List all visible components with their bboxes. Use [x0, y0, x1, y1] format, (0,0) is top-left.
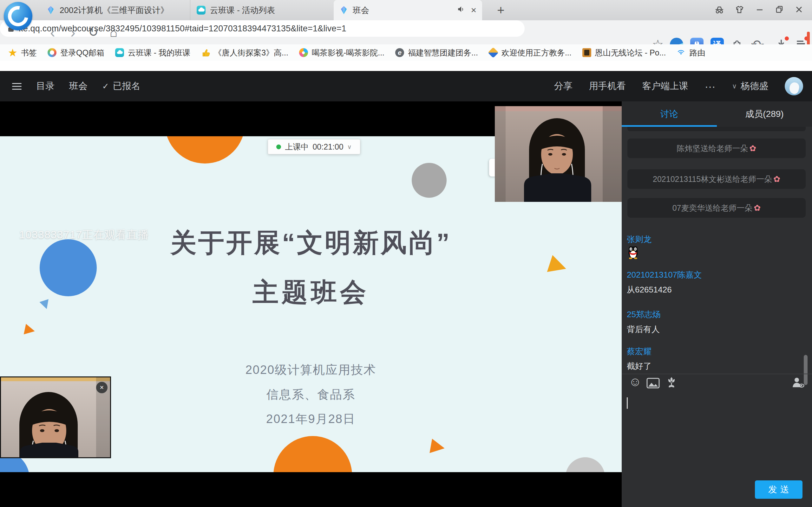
- more-button[interactable]: ···: [705, 80, 716, 93]
- chat-username[interactable]: 张则龙: [627, 234, 652, 245]
- slide-decoration-triangle: [429, 439, 446, 456]
- browser-skin-icon[interactable]: [734, 4, 745, 15]
- tab-audio-icon[interactable]: [457, 5, 465, 15]
- status-label: 上课中: [285, 142, 309, 152]
- incognito-icon[interactable]: [714, 4, 725, 15]
- viewer-watermark: 1033833717正在观看直播: [19, 228, 149, 242]
- bookmark-item[interactable]: e 福建智慧团建团务...: [395, 48, 478, 58]
- flower-icon: ✿: [773, 174, 780, 184]
- status-timer: 00:21:00: [312, 142, 343, 152]
- enshan-icon: [582, 48, 591, 57]
- qq-penguin-sticker: [627, 245, 640, 261]
- cloud-icon: [197, 6, 206, 14]
- cloud-icon: [115, 48, 124, 57]
- chat-message: 截好了: [627, 360, 652, 372]
- back-icon[interactable]: ‹: [44, 20, 61, 44]
- classroom-diamond-icon: [46, 6, 55, 14]
- divider: [622, 374, 812, 374]
- minimize-icon[interactable]: [754, 4, 765, 15]
- new-tab-button[interactable]: +: [494, 3, 508, 17]
- chat-message: 背后有人: [627, 324, 660, 335]
- bookmark-item[interactable]: 《唐人街探案3》高...: [201, 48, 288, 58]
- bookmarks-bar: ★ 书签 登录QQ邮箱 云班课 - 我的班课 《唐人街探案3》高... 喝茶影视…: [0, 44, 812, 61]
- download-badge: [785, 37, 789, 41]
- bookmark-item[interactable]: 喝茶影视-喝茶影院...: [299, 48, 385, 58]
- slide-decoration-circle: [565, 457, 605, 472]
- flower-icon: ✿: [754, 203, 761, 213]
- slide-decoration-circle: [165, 136, 245, 164]
- tab-course-design[interactable]: 2002计算机《三维平面设计》: [41, 0, 190, 20]
- slide-subtitle: 2020级计算机应用技术: [0, 362, 622, 378]
- mobile-view-button[interactable]: 用手机看: [589, 80, 626, 93]
- chat-username[interactable]: 20210213107陈嘉文: [627, 269, 702, 280]
- star-icon: ★: [8, 48, 17, 57]
- live-dot-icon: [276, 145, 281, 149]
- slide-title-line2: 主题班会: [0, 275, 622, 310]
- address-bar-row: ‹ › ↻ ⌂ ke.qq.com/webcourse/3832495/1039…: [0, 20, 812, 44]
- course-header: 目录 班会 ✓ 已报名 分享 用手机看 客户端上课 ··· ∨ 杨德盛: [0, 71, 812, 101]
- wifi-icon: [676, 48, 686, 57]
- enrolled-badge: ✓ 已报名: [102, 80, 141, 93]
- teacher-webcam[interactable]: [495, 106, 622, 202]
- close-window-icon[interactable]: [794, 4, 804, 15]
- qqmail-icon: [48, 48, 56, 57]
- user-menu[interactable]: ∨ 杨德盛: [732, 80, 768, 93]
- client-button[interactable]: 客户端上课: [642, 80, 688, 93]
- chat-tabs: 讨论 成员(289): [622, 101, 812, 127]
- catalog-button[interactable]: 目录: [36, 80, 55, 93]
- diamond-icon: [489, 48, 498, 57]
- tab-yunbanke-activities[interactable]: 云班课 - 活动列表: [191, 0, 333, 20]
- class-status-badge[interactable]: 上课中 00:21:00 ∨: [268, 139, 360, 154]
- menu-hamburger-icon[interactable]: [12, 83, 21, 90]
- live-video-area[interactable]: 关于开展“文明新风尚” 主题班会 2020级计算机应用技术 信息系、食品系 20…: [0, 101, 622, 507]
- pinwheel-icon: [299, 48, 308, 57]
- forward-icon[interactable]: ›: [65, 20, 81, 44]
- classroom-diamond-icon: [339, 6, 348, 14]
- check-icon: ✓: [102, 81, 109, 91]
- gift-message: 07麦奕华送给老师一朵✿: [627, 198, 806, 218]
- refresh-icon[interactable]: ↻: [85, 20, 101, 44]
- tab-class-meeting-active[interactable]: 班会 ×: [334, 0, 482, 20]
- tab-discussion[interactable]: 讨论: [622, 101, 717, 127]
- browser-window: 2002计算机《三维平面设计》 云班课 - 活动列表 班会 × +: [0, 0, 812, 507]
- chat-panel: 讨论 成员(289) 陈炜坚送给老师一朵✿ 20210213115林文彬送给老师…: [622, 101, 812, 507]
- avatar[interactable]: [785, 77, 803, 95]
- self-webcam[interactable]: ×: [0, 377, 111, 458]
- page-top-strip: [0, 61, 812, 71]
- window-controls: [714, 0, 804, 19]
- bookmark-item[interactable]: 恩山无线论坛 - Po...: [582, 48, 666, 58]
- tab-title: 2002计算机《三维平面设计》: [60, 5, 184, 16]
- gift-message: 20210213115林文彬送给老师一朵✿: [627, 169, 806, 189]
- tab-title: 云班课 - 活动列表: [210, 5, 327, 16]
- bookmark-item[interactable]: ★ 书签: [8, 48, 37, 58]
- chat-username[interactable]: 蔡宏耀: [627, 346, 652, 357]
- bookmark-item[interactable]: 欢迎使用正方教务...: [489, 48, 571, 58]
- chat-message: 从62651426: [627, 284, 672, 295]
- bookmark-item[interactable]: 登录QQ邮箱: [48, 48, 104, 58]
- tab-close-icon[interactable]: ×: [471, 5, 476, 15]
- browser-logo[interactable]: [4, 2, 32, 31]
- slide-decoration-circle: [412, 163, 447, 198]
- dark-e-icon: e: [395, 48, 404, 57]
- share-button[interactable]: 分享: [554, 80, 572, 93]
- tab-title: 班会: [353, 5, 452, 16]
- slide-decoration-circle: [273, 436, 352, 472]
- tab-members[interactable]: 成员(289): [717, 101, 812, 127]
- bookmark-item[interactable]: 路由: [676, 48, 705, 58]
- slide-decoration-triangle: [24, 324, 36, 337]
- thumb-icon: [201, 48, 210, 57]
- chat-username[interactable]: 25郑志炀: [627, 309, 661, 320]
- username: 杨德盛: [741, 80, 768, 93]
- home-icon[interactable]: ⌂: [105, 20, 122, 44]
- browser-tab-bar: 2002计算机《三维平面设计》 云班课 - 活动列表 班会 × +: [0, 0, 812, 20]
- close-icon[interactable]: ×: [96, 382, 107, 393]
- page-title: 班会: [69, 80, 88, 93]
- restore-icon[interactable]: [774, 4, 785, 15]
- gift-message-clipped: [627, 127, 806, 131]
- chevron-down-icon: ∨: [347, 143, 352, 151]
- chevron-down-icon: ∨: [732, 82, 737, 90]
- send-button[interactable]: 发送: [755, 481, 803, 499]
- flower-icon: ✿: [750, 144, 757, 153]
- gift-message: 陈炜坚送给老师一朵✿: [627, 138, 806, 158]
- bookmark-item[interactable]: 云班课 - 我的班课: [115, 48, 190, 58]
